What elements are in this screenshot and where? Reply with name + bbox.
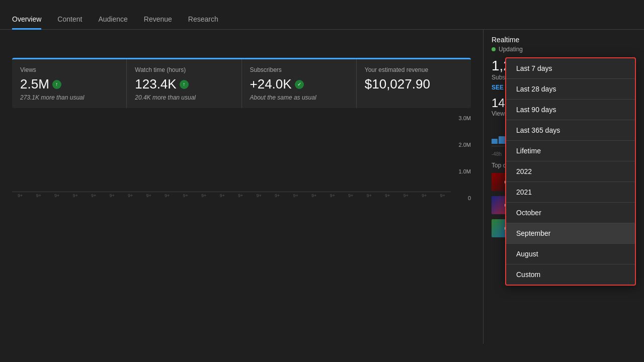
dropdown-item-last365[interactable]: Last 365 days [506,120,635,141]
chart-x-label: 9+ [178,193,194,198]
chart-x-label: 9+ [269,193,286,198]
dropdown-item-2022[interactable]: 2022 [506,161,635,182]
right-panel: Realtime Updating 1,260,4 Subscribers SE… [483,30,644,344]
tab-audience[interactable]: Audience [98,15,127,30]
status-dot-icon [492,47,496,51]
check-circle-icon: ✓ [295,80,304,89]
chart-x-label: 9+ [31,193,47,198]
stat-revenue-label: Your estimated revenue [365,66,463,73]
arrow-up-icon: ↑ [52,80,61,89]
chart-x-label: 9+ [288,193,304,198]
chart-x-label: 9+ [398,193,415,198]
header [0,0,644,9]
mini-chart-label-start: -48h [492,151,502,157]
stat-watchtime-label: Watch time (hours) [135,66,233,73]
stat-views: Views 2.5M ↑ 273.1K more than usual [12,59,127,108]
mini-chart-bar [499,136,505,144]
chart-x-label: 9+ [122,193,139,198]
chart-x-label: 9+ [232,193,249,198]
stat-views-change: 273.1K more than usual [20,94,118,101]
mini-chart-bar [492,139,498,144]
chart-x-label: 9+ [196,193,212,198]
chart-x-label: 9+ [12,193,29,198]
stat-watchtime-value: 123.4K ↑ [135,76,233,92]
stat-views-label: Views [20,66,118,73]
chart-x-label: 9+ [159,193,176,198]
stat-subscribers-label: Subscribers [250,66,348,73]
chart-area: 3.0M 2.0M 1.0M 0 9+9+9+9+9+9+9+9+9+9+9+9… [12,114,471,202]
stats-bar: Views 2.5M ↑ 273.1K more than usual Watc… [12,58,471,108]
nav-tabs: Overview Content Audience Revenue Resear… [0,15,644,30]
y-label-1m: 1.0M [453,168,471,174]
chart-bars [12,114,451,192]
chart-x-label: 9+ [325,193,341,198]
dropdown-item-custom[interactable]: Custom [506,264,635,285]
arrow-up-icon-2: ↑ [180,80,189,89]
chart-x-label: 9+ [251,193,268,198]
tab-content[interactable]: Content [57,15,82,30]
realtime-title: Realtime [492,36,636,44]
dropdown-item-lifetime[interactable]: Lifetime [506,141,635,161]
tab-overview[interactable]: Overview [12,15,41,30]
chart-y-labels: 3.0M 2.0M 1.0M 0 [453,114,471,202]
chart-x-label: 9+ [86,193,102,198]
chart-x-label: 9+ [343,193,359,198]
left-panel: Views 2.5M ↑ 273.1K more than usual Watc… [0,30,483,344]
date-range-dropdown[interactable]: Last 7 days Last 28 days Last 90 days La… [505,57,636,286]
dropdown-item-2021[interactable]: 2021 [506,182,635,203]
y-label-3m: 3.0M [453,115,471,121]
stat-revenue-value: $10,027.90 [365,76,463,92]
tab-research[interactable]: Research [188,15,218,30]
dropdown-item-last7[interactable]: Last 7 days [506,58,635,79]
chart-x-labels: 9+9+9+9+9+9+9+9+9+9+9+9+9+9+9+9+9+9+9+9+… [12,193,451,198]
stat-views-value: 2.5M ↑ [20,76,118,92]
chart-x-label: 9+ [214,193,231,198]
chart-x-label: 9+ [104,193,121,198]
chart-x-label: 9+ [416,193,433,198]
stat-subscribers-change: About the same as usual [250,94,348,101]
y-label-2m: 2.0M [453,142,471,148]
chart-x-label: 9+ [379,193,396,198]
stat-watchtime-change: 20.4K more than usual [135,94,233,101]
tab-revenue[interactable]: Revenue [144,15,172,30]
chart-x-label: 9+ [49,193,65,198]
stat-subscribers: Subscribers +24.0K ✓ About the same as u… [242,59,357,108]
chart-x-label: 9+ [67,193,84,198]
realtime-status-text: Updating [499,46,523,53]
chart-x-label: 9+ [306,193,323,198]
chart-x-label: 9+ [141,193,157,198]
realtime-status: Updating [492,46,636,53]
dropdown-item-october[interactable]: October [506,203,635,223]
dropdown-item-august[interactable]: August [506,244,635,264]
stat-subscribers-value: +24.0K ✓ [250,76,348,92]
y-label-0: 0 [453,195,471,201]
chart-x-label: 9+ [361,193,378,198]
dropdown-item-last28[interactable]: Last 28 days [506,79,635,100]
chart-x-label: 9+ [435,193,451,198]
dropdown-item-last90[interactable]: Last 90 days [506,100,635,120]
dropdown-item-september[interactable]: September [506,223,635,244]
main-content: Views 2.5M ↑ 273.1K more than usual Watc… [0,30,644,344]
stat-revenue: Your estimated revenue $10,027.90 [357,59,471,108]
stat-watchtime: Watch time (hours) 123.4K ↑ 20.4K more t… [127,59,242,108]
overview-section [12,30,471,51]
